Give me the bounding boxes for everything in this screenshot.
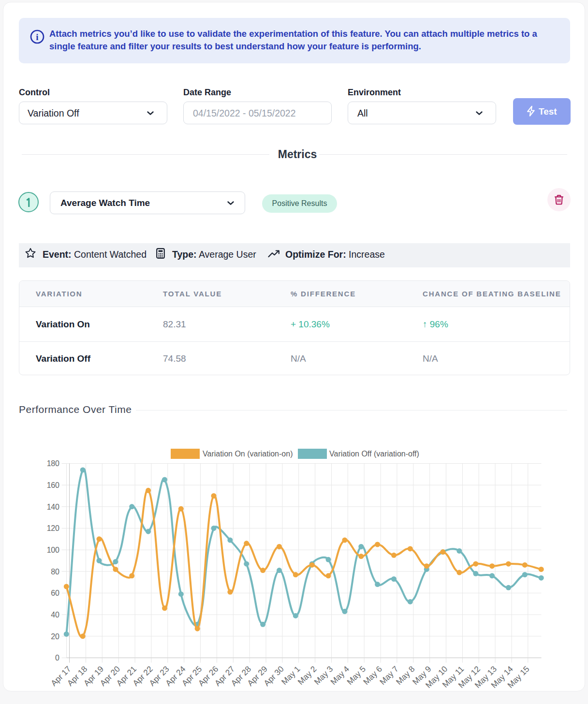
svg-text:i: i xyxy=(36,32,38,42)
svg-text:40: 40 xyxy=(51,611,59,619)
svg-text:160: 160 xyxy=(47,481,59,489)
svg-text:180: 180 xyxy=(47,459,59,468)
svg-text:100: 100 xyxy=(47,546,59,554)
svg-text:20: 20 xyxy=(51,632,59,641)
svg-text:80: 80 xyxy=(51,568,59,576)
svg-text:60: 60 xyxy=(51,589,59,597)
svg-text:0: 0 xyxy=(55,654,59,662)
svg-text:140: 140 xyxy=(47,503,59,511)
svg-text:120: 120 xyxy=(47,524,59,532)
